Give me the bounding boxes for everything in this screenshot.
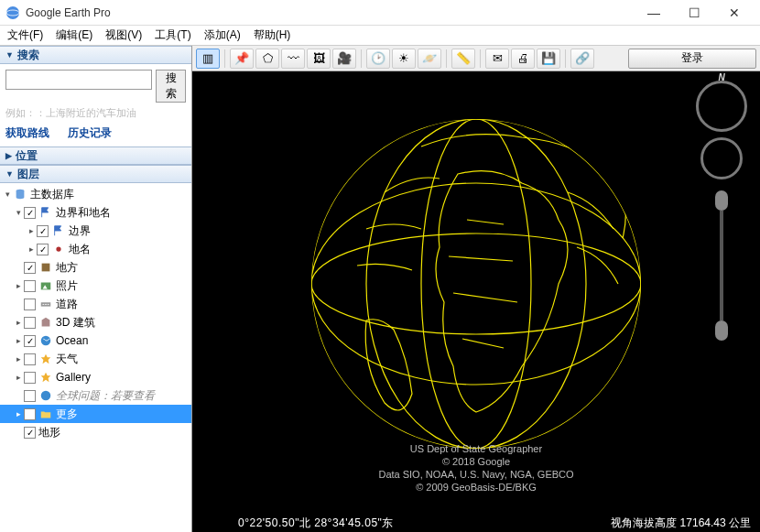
menu-view[interactable]: 视图(V) xyxy=(105,27,142,43)
svg-point-15 xyxy=(311,233,641,334)
image-overlay-button[interactable]: 🖼 xyxy=(307,49,331,69)
status-coords: 0°22'50.50"北 28°34'45.05"东 xyxy=(238,516,394,531)
layer-labels[interactable]: 地名 xyxy=(0,240,191,258)
layer-places[interactable]: 地方 xyxy=(0,258,191,277)
app-logo-icon xyxy=(5,5,20,20)
folder-icon xyxy=(38,407,53,421)
checkbox[interactable] xyxy=(24,353,36,365)
layer-root[interactable]: 主数据库 xyxy=(0,185,191,203)
close-button[interactable]: ✕ xyxy=(714,0,755,26)
search-hint: 例如：：上海附近的汽车加油 xyxy=(5,106,186,120)
checkbox[interactable] xyxy=(37,225,49,237)
zoom-in-button[interactable] xyxy=(715,190,728,211)
svg-point-18 xyxy=(366,119,586,449)
zoom-slider[interactable] xyxy=(720,211,723,320)
look-ring[interactable]: N xyxy=(696,81,747,132)
sidebar: ▼搜索 搜索 例如：：上海附近的汽车加油 获取路线 历史记录 ▶位置 ▼图层 主… xyxy=(0,46,192,532)
sunlight-button[interactable]: ☀ xyxy=(392,49,416,69)
checkbox[interactable] xyxy=(24,427,36,439)
hide-sidebar-button[interactable]: ▥ xyxy=(196,49,220,69)
checkbox[interactable] xyxy=(24,207,36,219)
building-icon xyxy=(38,315,53,330)
checkbox[interactable] xyxy=(37,244,49,255)
checkbox[interactable] xyxy=(24,262,36,274)
menu-help[interactable]: 帮助(H) xyxy=(254,27,291,43)
checkbox[interactable] xyxy=(24,372,36,384)
status-bar: 0°22'50.50"北 28°34'45.05"东 视角海拔高度 17164.… xyxy=(192,514,760,532)
layer-borders[interactable]: 边界 xyxy=(0,222,191,240)
dot-icon xyxy=(51,242,66,256)
places-panel-header[interactable]: ▶位置 xyxy=(0,147,191,165)
toolbar: ▥ 📌 ⬠ 〰 🖼 🎥 🕑 ☀ 🪐 📏 ✉ 🖨 💾 🔗 登录 xyxy=(192,46,760,71)
globe-icon xyxy=(38,388,53,403)
maximize-button[interactable]: ☐ xyxy=(674,0,714,26)
save-image-button[interactable]: 💾 xyxy=(537,49,560,69)
layers-tree: 主数据库 边界和地名 边界 地名 地方 xyxy=(0,183,191,532)
menu-tools[interactable]: 工具(T) xyxy=(155,27,190,43)
photo-icon xyxy=(38,278,53,293)
polygon-button[interactable]: ⬠ xyxy=(255,49,279,69)
checkbox[interactable] xyxy=(24,390,36,402)
square-icon xyxy=(38,260,53,275)
search-input[interactable] xyxy=(5,70,152,90)
svg-marker-10 xyxy=(41,354,51,364)
ruler-button[interactable]: 📏 xyxy=(451,49,475,69)
checkbox[interactable] xyxy=(24,408,36,420)
search-button[interactable]: 搜索 xyxy=(156,70,186,103)
layer-borders-labels[interactable]: 边界和地名 xyxy=(0,203,191,222)
attribution: US Dept of State Geographer © 2018 Googl… xyxy=(378,442,573,494)
path-button[interactable]: 〰 xyxy=(281,49,305,69)
layer-roads[interactable]: 道路 xyxy=(0,295,191,313)
print-button[interactable]: 🖨 xyxy=(511,49,535,69)
flag-icon xyxy=(51,223,66,238)
flag-icon xyxy=(38,205,53,220)
checkbox[interactable] xyxy=(24,280,36,292)
svg-point-12 xyxy=(41,391,51,401)
checkbox[interactable] xyxy=(24,317,36,329)
login-button[interactable]: 登录 xyxy=(628,49,756,69)
svg-point-0 xyxy=(6,6,19,19)
layers-panel-title: 图层 xyxy=(17,167,39,182)
checkbox[interactable] xyxy=(24,335,36,347)
star-icon xyxy=(38,370,53,385)
get-directions-link[interactable]: 获取路线 xyxy=(5,125,49,141)
menu-file[interactable]: 文件(F) xyxy=(7,27,43,43)
zoom-out-button[interactable] xyxy=(715,320,728,341)
email-button[interactable]: ✉ xyxy=(485,49,509,69)
svg-rect-4 xyxy=(42,264,50,272)
status-elevation: 视角海拔高度 17164.43 公里 xyxy=(611,516,751,531)
view-in-maps-button[interactable]: 🔗 xyxy=(570,49,594,69)
layer-gallery[interactable]: Gallery xyxy=(0,368,191,386)
star-icon xyxy=(38,352,53,366)
places-panel-title: 位置 xyxy=(16,148,38,164)
database-icon xyxy=(13,187,27,201)
history-button[interactable]: 🕑 xyxy=(366,49,390,69)
search-panel-title: 搜索 xyxy=(17,48,39,63)
layer-weather[interactable]: 天气 xyxy=(0,350,191,368)
layer-ocean[interactable]: Ocean xyxy=(0,331,191,350)
search-panel-header[interactable]: ▼搜索 xyxy=(0,46,191,64)
layer-more[interactable]: 更多 xyxy=(0,405,191,423)
minimize-button[interactable]: — xyxy=(634,0,674,26)
layer-global-awareness[interactable]: 全球问题：若要查看 xyxy=(0,386,191,405)
placemark-button[interactable]: 📌 xyxy=(230,49,254,69)
navigation-controls: N xyxy=(696,81,747,341)
layers-panel-header[interactable]: ▼图层 xyxy=(0,165,191,183)
layer-terrain[interactable]: 地形 xyxy=(0,423,191,441)
move-ring[interactable] xyxy=(700,137,743,179)
globe xyxy=(284,92,668,476)
checkbox[interactable] xyxy=(24,299,36,310)
svg-point-14 xyxy=(311,119,641,449)
planet-button[interactable]: 🪐 xyxy=(418,49,441,69)
north-icon: N xyxy=(718,72,724,82)
menu-add[interactable]: 添加(A) xyxy=(204,27,241,43)
search-panel-body: 搜索 例如：：上海附近的汽车加油 获取路线 历史记录 xyxy=(0,64,191,147)
layer-3d-buildings[interactable]: 3D 建筑 xyxy=(0,313,191,331)
road-icon xyxy=(38,297,53,311)
record-tour-button[interactable]: 🎥 xyxy=(332,49,356,69)
menubar: 文件(F) 编辑(E) 视图(V) 工具(T) 添加(A) 帮助(H) xyxy=(0,26,760,46)
viewport[interactable]: ▥ 📌 ⬠ 〰 🖼 🎥 🕑 ☀ 🪐 📏 ✉ 🖨 💾 🔗 登录 xyxy=(192,46,760,532)
menu-edit[interactable]: 编辑(E) xyxy=(56,27,92,43)
layer-photos[interactable]: 照片 xyxy=(0,277,191,295)
history-link[interactable]: 历史记录 xyxy=(68,125,112,141)
